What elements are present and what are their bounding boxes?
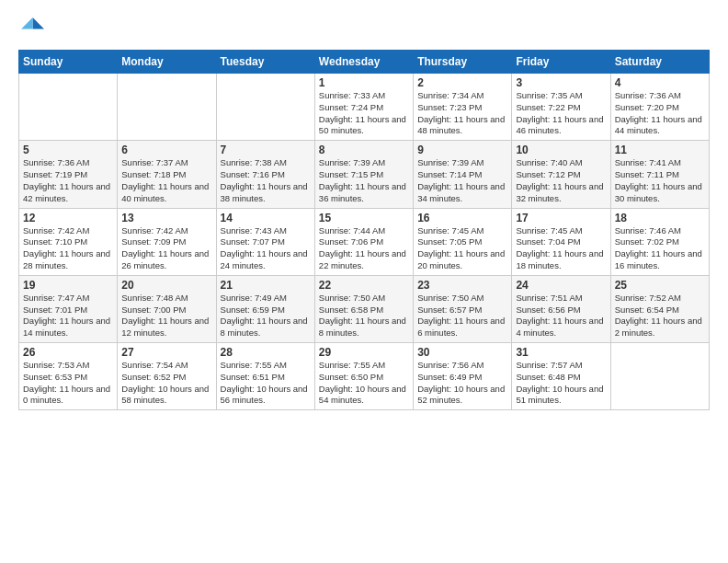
day-number: 4 — [615, 76, 705, 89]
day-info: Sunrise: 7:37 AM Sunset: 7:18 PM Dayligh… — [121, 157, 211, 204]
calendar-table: SundayMondayTuesdayWednesdayThursdayFrid… — [18, 50, 710, 410]
calendar-cell: 6Sunrise: 7:37 AM Sunset: 7:18 PM Daylig… — [118, 141, 216, 208]
day-number: 2 — [417, 76, 507, 89]
day-info: Sunrise: 7:55 AM Sunset: 6:51 PM Dayligh… — [221, 360, 311, 407]
weekday-header-sunday: Sunday — [19, 51, 118, 74]
day-number: 13 — [121, 212, 211, 224]
page-header — [18, 15, 710, 40]
calendar-cell: 21Sunrise: 7:49 AM Sunset: 6:59 PM Dayli… — [216, 275, 314, 342]
day-info: Sunrise: 7:33 AM Sunset: 7:24 PM Dayligh… — [319, 90, 409, 137]
day-number: 28 — [221, 346, 311, 359]
day-number: 16 — [417, 212, 507, 224]
calendar-cell: 1Sunrise: 7:33 AM Sunset: 7:24 PM Daylig… — [314, 74, 413, 141]
day-number: 15 — [319, 212, 409, 224]
day-number: 29 — [319, 346, 409, 359]
calendar-cell: 22Sunrise: 7:50 AM Sunset: 6:58 PM Dayli… — [314, 275, 413, 342]
calendar-cell: 11Sunrise: 7:41 AM Sunset: 7:11 PM Dayli… — [610, 141, 709, 208]
calendar-cell: 12Sunrise: 7:42 AM Sunset: 7:10 PM Dayli… — [19, 208, 118, 275]
day-info: Sunrise: 7:36 AM Sunset: 7:19 PM Dayligh… — [23, 157, 113, 204]
day-number: 23 — [417, 279, 507, 292]
day-number: 31 — [516, 346, 606, 359]
calendar-week-2: 5Sunrise: 7:36 AM Sunset: 7:19 PM Daylig… — [19, 141, 710, 208]
day-info: Sunrise: 7:51 AM Sunset: 6:56 PM Dayligh… — [516, 293, 606, 339]
day-info: Sunrise: 7:56 AM Sunset: 6:49 PM Dayligh… — [417, 360, 507, 407]
weekday-header-monday: Monday — [118, 51, 216, 74]
day-info: Sunrise: 7:43 AM Sunset: 7:07 PM Dayligh… — [221, 225, 311, 272]
calendar-cell: 15Sunrise: 7:44 AM Sunset: 7:06 PM Dayli… — [314, 208, 413, 275]
calendar-cell: 29Sunrise: 7:55 AM Sunset: 6:50 PM Dayli… — [314, 343, 413, 410]
calendar-cell: 10Sunrise: 7:40 AM Sunset: 7:12 PM Dayli… — [512, 141, 610, 208]
day-info: Sunrise: 7:50 AM Sunset: 6:58 PM Dayligh… — [319, 293, 409, 339]
day-number: 30 — [417, 346, 507, 359]
calendar-cell: 17Sunrise: 7:45 AM Sunset: 7:04 PM Dayli… — [512, 208, 610, 275]
day-info: Sunrise: 7:38 AM Sunset: 7:16 PM Dayligh… — [221, 157, 311, 204]
calendar-cell: 30Sunrise: 7:56 AM Sunset: 6:49 PM Dayli… — [414, 343, 512, 410]
day-number: 26 — [23, 346, 113, 359]
calendar-page: SundayMondayTuesdayWednesdayThursdayFrid… — [0, 0, 728, 563]
calendar-cell: 4Sunrise: 7:36 AM Sunset: 7:20 PM Daylig… — [610, 74, 709, 141]
weekday-header-row: SundayMondayTuesdayWednesdayThursdayFrid… — [19, 51, 710, 74]
day-number: 9 — [417, 144, 507, 156]
calendar-cell: 2Sunrise: 7:34 AM Sunset: 7:23 PM Daylig… — [414, 74, 512, 141]
calendar-cell: 27Sunrise: 7:54 AM Sunset: 6:52 PM Dayli… — [118, 343, 216, 410]
day-number: 19 — [23, 279, 113, 292]
day-number: 20 — [121, 279, 211, 292]
calendar-cell — [19, 74, 118, 141]
calendar-cell: 18Sunrise: 7:46 AM Sunset: 7:02 PM Dayli… — [610, 208, 709, 275]
calendar-week-1: 1Sunrise: 7:33 AM Sunset: 7:24 PM Daylig… — [19, 74, 710, 141]
day-number: 22 — [319, 279, 409, 292]
calendar-cell: 23Sunrise: 7:50 AM Sunset: 6:57 PM Dayli… — [414, 275, 512, 342]
calendar-cell: 5Sunrise: 7:36 AM Sunset: 7:19 PM Daylig… — [19, 141, 118, 208]
day-number: 24 — [516, 279, 606, 292]
day-info: Sunrise: 7:48 AM Sunset: 7:00 PM Dayligh… — [121, 293, 211, 339]
calendar-week-5: 26Sunrise: 7:53 AM Sunset: 6:53 PM Dayli… — [19, 343, 710, 410]
day-info: Sunrise: 7:47 AM Sunset: 7:01 PM Dayligh… — [23, 293, 113, 339]
calendar-cell: 24Sunrise: 7:51 AM Sunset: 6:56 PM Dayli… — [512, 275, 610, 342]
weekday-header-wednesday: Wednesday — [314, 51, 413, 74]
calendar-cell: 31Sunrise: 7:57 AM Sunset: 6:48 PM Dayli… — [512, 343, 610, 410]
calendar-cell: 8Sunrise: 7:39 AM Sunset: 7:15 PM Daylig… — [314, 141, 413, 208]
day-info: Sunrise: 7:54 AM Sunset: 6:52 PM Dayligh… — [121, 360, 211, 407]
day-number: 27 — [121, 346, 211, 359]
weekday-header-friday: Friday — [512, 51, 610, 74]
day-info: Sunrise: 7:49 AM Sunset: 6:59 PM Dayligh… — [221, 293, 311, 339]
day-number: 6 — [121, 144, 211, 156]
day-info: Sunrise: 7:40 AM Sunset: 7:12 PM Dayligh… — [516, 157, 606, 204]
calendar-cell — [118, 74, 216, 141]
calendar-cell: 16Sunrise: 7:45 AM Sunset: 7:05 PM Dayli… — [414, 208, 512, 275]
day-number: 7 — [221, 144, 311, 156]
calendar-week-4: 19Sunrise: 7:47 AM Sunset: 7:01 PM Dayli… — [19, 275, 710, 342]
day-number: 8 — [319, 144, 409, 156]
calendar-cell — [216, 74, 314, 141]
calendar-cell: 3Sunrise: 7:35 AM Sunset: 7:22 PM Daylig… — [512, 74, 610, 141]
weekday-header-thursday: Thursday — [414, 51, 512, 74]
calendar-week-3: 12Sunrise: 7:42 AM Sunset: 7:10 PM Dayli… — [19, 208, 710, 275]
calendar-cell: 25Sunrise: 7:52 AM Sunset: 6:54 PM Dayli… — [610, 275, 709, 342]
logo-icon — [18, 15, 44, 40]
calendar-cell: 20Sunrise: 7:48 AM Sunset: 7:00 PM Dayli… — [118, 275, 216, 342]
day-info: Sunrise: 7:57 AM Sunset: 6:48 PM Dayligh… — [516, 360, 606, 407]
day-info: Sunrise: 7:35 AM Sunset: 7:22 PM Dayligh… — [516, 90, 606, 137]
day-info: Sunrise: 7:41 AM Sunset: 7:11 PM Dayligh… — [615, 157, 705, 204]
day-info: Sunrise: 7:42 AM Sunset: 7:10 PM Dayligh… — [23, 225, 113, 272]
day-number: 1 — [319, 76, 409, 89]
calendar-cell: 14Sunrise: 7:43 AM Sunset: 7:07 PM Dayli… — [216, 208, 314, 275]
day-number: 17 — [516, 212, 606, 224]
calendar-cell: 7Sunrise: 7:38 AM Sunset: 7:16 PM Daylig… — [216, 141, 314, 208]
weekday-header-tuesday: Tuesday — [216, 51, 314, 74]
calendar-cell: 13Sunrise: 7:42 AM Sunset: 7:09 PM Dayli… — [118, 208, 216, 275]
day-info: Sunrise: 7:46 AM Sunset: 7:02 PM Dayligh… — [615, 225, 705, 272]
day-info: Sunrise: 7:44 AM Sunset: 7:06 PM Dayligh… — [319, 225, 409, 272]
day-number: 14 — [221, 212, 311, 224]
day-info: Sunrise: 7:36 AM Sunset: 7:20 PM Dayligh… — [615, 90, 705, 137]
calendar-cell: 9Sunrise: 7:39 AM Sunset: 7:14 PM Daylig… — [414, 141, 512, 208]
day-info: Sunrise: 7:45 AM Sunset: 7:05 PM Dayligh… — [417, 225, 507, 272]
day-info: Sunrise: 7:39 AM Sunset: 7:14 PM Dayligh… — [417, 157, 507, 204]
day-info: Sunrise: 7:45 AM Sunset: 7:04 PM Dayligh… — [516, 225, 606, 272]
day-info: Sunrise: 7:55 AM Sunset: 6:50 PM Dayligh… — [319, 360, 409, 407]
svg-marker-1 — [21, 17, 32, 29]
day-number: 3 — [516, 76, 606, 89]
weekday-header-saturday: Saturday — [610, 51, 709, 74]
day-info: Sunrise: 7:39 AM Sunset: 7:15 PM Dayligh… — [319, 157, 409, 204]
day-number: 21 — [221, 279, 311, 292]
